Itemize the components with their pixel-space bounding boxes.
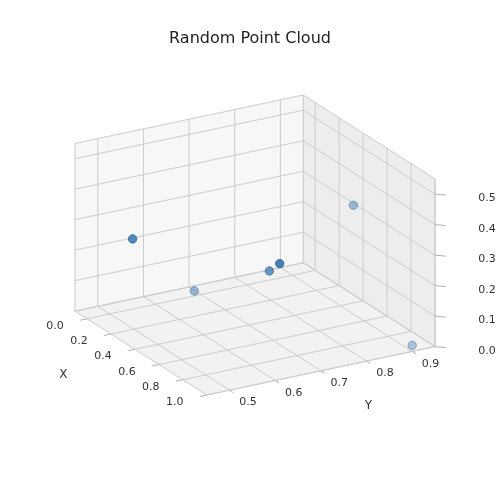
svg-line-53 [435,194,446,195]
svg-line-43 [230,390,234,393]
z-tick-label: 0.5 [478,191,496,204]
z-tick-label: 0.1 [478,313,496,326]
x-axis-label: X [59,367,67,381]
x-tick-label: 0.0 [46,319,64,332]
y-tick-label: 0.9 [422,357,440,370]
y-axis-label: Y [364,398,373,412]
svg-line-52 [435,225,446,226]
x-tick-label: 0.4 [94,349,112,362]
svg-line-48 [435,347,446,348]
svg-line-45 [321,371,325,374]
svg-line-38 [104,334,111,335]
svg-line-40 [152,365,159,366]
data-point [265,267,273,275]
z-tick-label: 0.3 [478,252,496,265]
svg-line-49 [435,316,446,317]
svg-line-51 [435,255,446,256]
svg-line-50 [435,286,446,287]
svg-line-46 [367,361,371,364]
data-point [349,201,357,209]
y-tick-label: 0.7 [331,376,349,389]
x-tick-label: 1.0 [166,395,184,408]
data-point [190,287,198,295]
z-tick-label: 0.2 [478,283,496,296]
x-tick-label: 0.6 [118,365,136,378]
data-point [408,341,416,349]
y-tick-label: 0.6 [285,386,303,399]
svg-line-44 [275,380,279,383]
z-tick-label: 0.0 [478,344,496,357]
scatter-3d: 0.00.20.40.60.81.0X0.50.60.70.80.9Y0.00.… [0,0,500,500]
x-tick-label: 0.2 [70,334,88,347]
x-tick-label: 0.8 [142,380,160,393]
svg-line-47 [412,351,416,354]
svg-line-41 [176,380,183,381]
z-tick-label: 0.4 [478,222,496,235]
data-point [276,259,284,267]
y-tick-label: 0.8 [376,366,394,379]
svg-line-42 [200,395,207,396]
svg-line-37 [80,319,87,320]
y-tick-label: 0.5 [239,395,257,408]
data-point [128,235,136,243]
svg-line-39 [128,349,135,350]
